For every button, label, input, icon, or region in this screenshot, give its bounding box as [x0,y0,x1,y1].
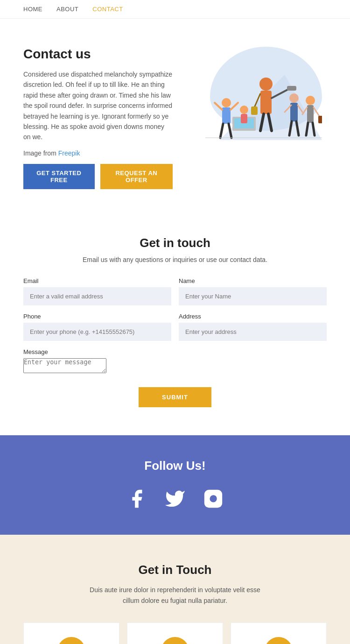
image-note: Image from Freepik [23,148,173,158]
form-subtitle: Email us with any questions or inquiries… [23,256,327,263]
svg-point-9 [222,98,231,107]
svg-line-11 [215,103,222,110]
svg-rect-28 [318,116,322,123]
svg-point-25 [306,96,315,105]
phone-card: Phone Mon-Fri from 8am to 5am +1(555) 00… [231,623,327,644]
instagram-icon[interactable] [201,486,226,511]
nav-about[interactable]: ABOUT [56,6,78,13]
address-label: Address [179,313,327,320]
hero-section: Contact us Considered use dispatched mel… [0,19,350,208]
message-label: Message [23,348,327,355]
office-card-icon [161,637,189,644]
phone-card-icon [265,637,293,644]
get-started-button[interactable]: GET STARTED FREE [23,164,95,189]
phone-input[interactable] [23,323,171,341]
facebook-icon[interactable] [124,486,149,511]
message-group: Message [23,348,327,375]
hero-content: Contact us Considered use dispatched mel… [23,47,187,189]
contact-cards: Chart to us Our friendly team is here to… [23,623,327,644]
name-input[interactable] [179,287,327,305]
nav-contact[interactable]: CONTACT [92,6,123,13]
form-row-email-name: Email Name [23,277,327,305]
name-group: Name [179,277,327,305]
form-title: Get in touch [23,236,327,250]
message-input[interactable] [23,358,106,373]
svg-rect-8 [251,106,258,115]
name-label: Name [179,277,327,284]
svg-point-19 [289,93,299,103]
social-icons [23,486,327,511]
hero-title: Contact us [23,47,173,62]
request-offer-button[interactable]: REQUEST AN OFFER [100,164,173,189]
svg-rect-26 [307,105,314,123]
office-card: Office Come say hello at our office HQ. … [127,623,223,644]
email-card: Chart to us Our friendly team is here to… [23,623,119,644]
phone-label: Phone [23,313,171,320]
twitter-icon[interactable] [162,486,188,511]
footer-contact-title: Get in Touch [23,563,327,577]
hero-body: Considered use dispatched melancholy sym… [23,69,173,142]
phone-group: Phone [23,313,171,341]
svg-line-12 [231,103,238,110]
svg-rect-10 [222,107,231,124]
address-input[interactable] [179,323,327,341]
submit-button[interactable]: SUBMIT [139,387,211,407]
svg-point-17 [240,106,248,114]
freepik-link[interactable]: Freepik [58,149,80,157]
svg-rect-4 [287,86,296,91]
footer-contact-subtitle: Duis aute irure dolor in reprehenderit i… [23,585,327,606]
nav-home[interactable]: HOME [23,6,42,13]
address-group: Address [179,313,327,341]
email-input[interactable] [23,287,171,305]
hero-buttons: GET STARTED FREE REQUEST AN OFFER [23,164,173,189]
email-card-icon [57,637,85,644]
svg-rect-2 [260,91,272,114]
hero-image [187,47,327,140]
email-group: Email [23,277,171,305]
svg-point-1 [259,78,273,91]
svg-rect-18 [241,114,247,123]
navigation: HOME ABOUT CONTACT [0,0,350,19]
footer-contact-section: Get in Touch Duis aute irure dolor in re… [0,535,350,644]
svg-line-13 [220,124,223,138]
follow-title: Follow Us! [23,459,327,473]
svg-line-27 [314,107,320,117]
contact-form-section: Get in touch Email us with any questions… [0,208,350,435]
follow-section: Follow Us! [0,435,350,535]
form-row-phone-address: Phone Address [23,313,327,341]
email-label: Email [23,277,171,284]
